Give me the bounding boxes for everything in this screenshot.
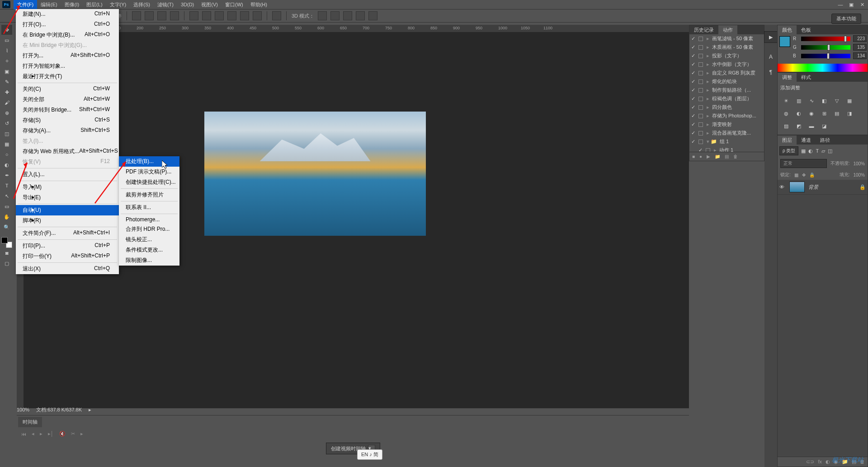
distribute-icon[interactable] — [215, 11, 224, 20]
color-spectrum[interactable] — [778, 64, 868, 72]
b-value[interactable]: 134 — [853, 52, 867, 59]
lock-position-icon[interactable]: ✥ — [802, 173, 806, 177]
transition-icon[interactable]: ▸ — [80, 431, 83, 437]
paths-tab[interactable]: 路径 — [816, 135, 835, 145]
file-menu-item[interactable]: 置入(L)... — [16, 169, 119, 180]
menu-layer[interactable]: 图层(L) — [83, 0, 106, 9]
distribute-icon[interactable] — [253, 11, 262, 20]
action-item[interactable]: ✓▸投影（文字） — [689, 51, 764, 60]
doc-info-arrow-icon[interactable]: ▸ — [89, 407, 91, 413]
stop-icon[interactable]: ■ — [692, 154, 695, 159]
action-item[interactable]: ✓▸渐变映射 — [689, 120, 764, 129]
file-menu-item[interactable]: 存储为(A)...Shift+Ctrl+S — [16, 126, 119, 136]
eraser-tool[interactable]: ◫ — [1, 129, 12, 139]
new-folder-icon[interactable]: 📁 — [715, 154, 720, 159]
doc-info[interactable]: 文档:637.8 K/637.8K — [36, 406, 82, 413]
automate-menu-item[interactable]: 批处理(B)... — [119, 156, 179, 167]
eyedropper-tool[interactable]: ✎ — [1, 77, 12, 87]
channels-tab[interactable]: 通道 — [797, 135, 816, 145]
arrange-icon[interactable] — [272, 11, 281, 20]
timeline-tab[interactable]: 时间轴 — [18, 417, 42, 427]
record-icon[interactable]: ● — [699, 154, 702, 159]
automate-menu-item[interactable]: 镜头校正... — [119, 234, 179, 245]
dodge-tool[interactable]: ◐ — [1, 160, 12, 170]
paragraph-panel-icon[interactable]: ¶ — [769, 69, 772, 75]
threshold-icon[interactable]: ◩ — [795, 122, 803, 130]
menu-image[interactable]: 图像(I) — [61, 0, 83, 9]
healing-brush-tool[interactable]: ✚ — [1, 87, 12, 97]
zoom-tool[interactable]: 🔍 — [1, 222, 12, 232]
distribute-icon[interactable] — [227, 11, 236, 20]
opacity-value[interactable]: 100% — [853, 161, 865, 166]
selective-color-icon[interactable]: ◪ — [820, 122, 828, 130]
go-first-icon[interactable]: ⏮ — [21, 431, 26, 437]
file-menu-item[interactable]: 打开为...Alt+Shift+Ctrl+O — [16, 51, 119, 61]
layer-thumbnail[interactable] — [789, 182, 805, 192]
menu-type[interactable]: 文字(Y) — [106, 0, 130, 9]
filter-shape-icon[interactable]: ▱ — [821, 148, 825, 154]
menu-select[interactable]: 选择(S) — [130, 0, 154, 9]
vibrance-icon[interactable]: ▽ — [833, 97, 841, 105]
file-menu-item[interactable]: 在 Mini Bridge 中浏览(G)... — [16, 40, 119, 51]
pen-tool[interactable]: ✒ — [1, 170, 12, 180]
fx-icon[interactable]: fx — [818, 459, 822, 465]
automate-menu-item[interactable]: 联系表 II... — [119, 202, 179, 213]
menu-filter[interactable]: 滤镜(T) — [154, 0, 177, 9]
action-item[interactable]: ✓▸自定义 RGB 到灰度 — [689, 69, 764, 77]
automate-menu-item[interactable]: PDF 演示文稿(P)... — [119, 167, 179, 177]
file-menu-item[interactable]: 导出(E)▸ — [16, 192, 119, 203]
file-menu-item[interactable]: 打印(P)...Ctrl+P — [16, 241, 119, 251]
g-value[interactable]: 135 — [853, 44, 867, 51]
play-action-button[interactable]: ▶ — [764, 31, 778, 43]
file-menu-item[interactable]: 导入(M)▸ — [16, 182, 119, 192]
distribute-icon[interactable] — [189, 11, 198, 20]
ime-indicator[interactable]: EN ♪ 简 — [357, 449, 382, 460]
link-icon[interactable]: ⊂⊃ — [806, 459, 814, 465]
menu-file[interactable]: 文件(F) — [14, 0, 37, 9]
actions-tab[interactable]: 动作 — [718, 25, 737, 34]
history-brush-tool[interactable]: ↺ — [1, 118, 12, 128]
levels-icon[interactable]: ▥ — [795, 97, 803, 105]
action-item[interactable]: ✓▸动作 1 — [689, 146, 764, 152]
file-menu-item[interactable]: 关闭并转到 Bridge...Shift+Ctrl+W — [16, 105, 119, 115]
distribute-icon[interactable] — [202, 11, 211, 20]
play-icon[interactable]: ▶ — [707, 154, 710, 159]
workspace-pill[interactable]: 基本功能 — [831, 14, 861, 24]
color-balance-icon[interactable]: ◍ — [782, 109, 790, 117]
gradient-tool[interactable]: ▦ — [1, 139, 12, 149]
automate-menu-item[interactable]: 创建快捷批处理(C)... — [119, 177, 179, 187]
r-value[interactable]: 223 — [853, 35, 867, 42]
channel-mixer-icon[interactable]: ⊞ — [820, 109, 828, 117]
automate-menu-item[interactable]: Photomerge... — [119, 215, 179, 224]
menu-window[interactable]: 窗口(W) — [222, 0, 247, 9]
filter-smart-icon[interactable]: ◫ — [828, 148, 832, 154]
filter-adjust-icon[interactable]: ◐ — [808, 148, 813, 154]
bw-icon[interactable]: ◐ — [795, 109, 803, 117]
type-tool[interactable]: T — [1, 181, 12, 191]
canvas-image[interactable] — [204, 112, 426, 236]
action-item[interactable]: ✓▸水中倒影（文字） — [689, 60, 764, 69]
distribute-icon[interactable] — [240, 11, 249, 20]
3d-icon[interactable] — [343, 11, 352, 20]
action-item[interactable]: ✓▸存储为 Photoshop... — [689, 112, 764, 120]
hand-tool[interactable]: ✋ — [1, 212, 12, 222]
zoom-level[interactable]: 100% — [17, 407, 29, 412]
scissors-icon[interactable]: ✂ — [71, 431, 75, 437]
align-icon[interactable] — [145, 11, 154, 20]
magic-wand-tool[interactable]: ✧ — [1, 56, 12, 66]
maximize-button[interactable]: ▣ — [848, 1, 855, 8]
file-menu-item[interactable]: 签入(I)... — [16, 136, 119, 146]
align-icon[interactable] — [132, 11, 141, 20]
file-menu-item[interactable]: 退出(X)Ctrl+Q — [16, 264, 119, 274]
adjustments-tab[interactable]: 调整 — [778, 73, 797, 82]
blur-tool[interactable]: ○ — [1, 149, 12, 159]
action-item[interactable]: ✓▾ 📁组 1 — [689, 137, 764, 146]
3d-icon[interactable] — [318, 11, 327, 20]
action-item[interactable]: ✓▸制作剪贴路径（... — [689, 86, 764, 94]
screen-mode-tool[interactable]: ▢ — [1, 258, 12, 268]
gradient-map-icon[interactable]: ▬ — [807, 122, 816, 130]
lock-all-icon[interactable]: 🔒 — [809, 173, 815, 177]
action-item[interactable]: ✓▸熔化的铅块 — [689, 77, 764, 86]
file-menu-item[interactable]: 自动(U)▸ — [16, 205, 119, 215]
brightness-icon[interactable]: ☀ — [782, 97, 790, 105]
